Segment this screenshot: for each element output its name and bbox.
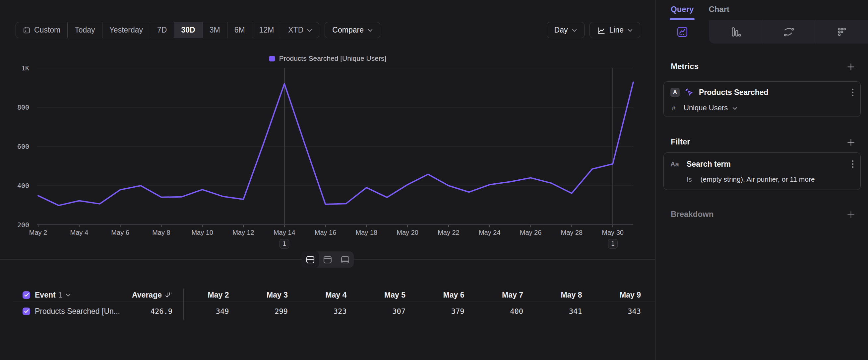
svg-text:1: 1 — [282, 240, 286, 247]
date-column-header[interactable]: May 7 — [478, 290, 537, 300]
layout-chart-view-button[interactable] — [319, 251, 336, 268]
layout-table-view-button[interactable] — [337, 251, 354, 268]
tab-chart[interactable]: Chart — [709, 5, 730, 20]
date-column-header[interactable]: May 8 — [536, 290, 595, 300]
breakdown-heading: Breakdown — [671, 210, 713, 219]
line-chart-icon — [597, 27, 606, 34]
sort-descending-icon — [165, 292, 173, 299]
tab-funnels[interactable] — [709, 20, 762, 44]
metric-event-name[interactable]: Products Searched — [699, 88, 847, 97]
tab-query[interactable]: Query — [671, 5, 693, 20]
filter-card[interactable]: Aa Search term Is (empty string), Air pu… — [663, 153, 861, 190]
range-12m[interactable]: 12M — [252, 22, 281, 38]
metric-card[interactable]: A Products Searched # Unique Users — [663, 81, 861, 117]
kebab-menu-icon[interactable] — [852, 88, 854, 97]
tab-retention[interactable] — [815, 20, 868, 44]
date-column-header[interactable]: May 2 — [183, 290, 242, 300]
date-range-segmented-control: CustomTodayYesterday7D30D3M6M12MXTD — [16, 22, 319, 38]
range-6m[interactable]: 6M — [227, 22, 252, 38]
svg-text:May 6: May 6 — [111, 229, 129, 236]
date-column-header[interactable]: May 5 — [360, 290, 419, 300]
svg-text:May 22: May 22 — [438, 229, 460, 236]
metric-card-header: A Products Searched — [664, 87, 860, 98]
svg-text:May 26: May 26 — [520, 229, 542, 236]
chevron-down-icon — [572, 29, 577, 32]
svg-text:600: 600 — [17, 142, 29, 150]
row-average-value: 426.9 — [93, 307, 173, 316]
chart-legend: Products Searched [Unique Users] — [0, 54, 655, 62]
chart-series-line — [38, 82, 633, 205]
chevron-down-icon — [307, 29, 312, 32]
range-30d[interactable]: 30D — [174, 22, 202, 38]
svg-text:200: 200 — [17, 221, 29, 229]
measure-selector[interactable]: Unique Users — [684, 104, 728, 112]
tab-flows[interactable] — [762, 20, 815, 44]
range-7d[interactable]: 7D — [150, 22, 174, 38]
granularity-button[interactable]: Day — [547, 22, 585, 38]
svg-text:800: 800 — [17, 103, 29, 111]
event-column-label[interactable]: Event — [35, 290, 56, 300]
table-cell-value: 323 — [301, 307, 360, 316]
table-cell-value: 307 — [360, 307, 419, 316]
filter-operator[interactable]: Is — [687, 176, 692, 183]
table-row-divider — [13, 320, 655, 320]
report-type-tabs — [656, 20, 868, 44]
chart-type-button[interactable]: Line — [589, 22, 640, 38]
table-cell-value: 341 — [536, 307, 595, 316]
table-event-header: Event 1 — [23, 290, 71, 300]
filter-condition-row: Is (empty string), Air purifier, or 11 m… — [664, 175, 860, 184]
svg-text:May 28: May 28 — [561, 229, 583, 236]
click-event-icon — [685, 88, 694, 97]
svg-text:May 18: May 18 — [356, 229, 378, 236]
range-yesterday[interactable]: Yesterday — [102, 22, 150, 38]
range-3m[interactable]: 3M — [202, 22, 227, 38]
metric-letter-badge: A — [671, 88, 680, 97]
add-filter-button[interactable] — [847, 138, 855, 146]
svg-text:May 10: May 10 — [191, 229, 213, 236]
calendar-icon — [23, 26, 31, 34]
row-checkbox[interactable] — [23, 307, 30, 315]
range-xtd[interactable]: XTD — [281, 22, 319, 38]
legend-item[interactable]: Products Searched [Unique Users] — [269, 54, 386, 62]
event-count: 1 — [58, 290, 63, 300]
date-column-header[interactable]: May 6 — [419, 290, 478, 300]
svg-text:May 12: May 12 — [232, 229, 254, 236]
table-header-divider — [13, 302, 655, 302]
chart-type-label: Line — [610, 26, 624, 34]
chevron-down-icon — [368, 29, 373, 32]
toolbar-date-controls: CustomTodayYesterday7D30D3M6M12MXTD Comp… — [16, 22, 380, 38]
metrics-heading: Metrics — [671, 62, 699, 71]
table-date-headers: May 2May 3May 4May 5May 6May 7May 8May 9 — [183, 290, 654, 300]
add-metric-button[interactable] — [847, 63, 855, 71]
date-column-header[interactable]: May 9 — [595, 290, 654, 300]
range-custom[interactable]: Custom — [16, 22, 67, 38]
chevron-down-icon[interactable] — [733, 107, 737, 110]
filter-property-name[interactable]: Search term — [687, 160, 847, 169]
filter-heading: Filter — [671, 137, 690, 146]
layout-split-view-button[interactable] — [302, 251, 319, 268]
select-all-checkbox[interactable] — [23, 291, 30, 299]
range-today[interactable]: Today — [67, 22, 102, 38]
date-column-header[interactable]: May 4 — [301, 290, 360, 300]
chevron-down-icon[interactable] — [66, 294, 71, 297]
string-property-icon: Aa — [671, 160, 682, 168]
granularity-label: Day — [554, 26, 568, 34]
date-column-header[interactable]: May 3 — [242, 290, 301, 300]
add-breakdown-button[interactable] — [847, 211, 855, 219]
svg-text:May 8: May 8 — [152, 229, 170, 236]
svg-text:400: 400 — [17, 182, 29, 190]
average-column-header[interactable]: Average — [93, 290, 173, 300]
toolbar-chart-controls: Day Line — [547, 22, 640, 38]
average-label: Average — [132, 290, 162, 300]
sidebar-tabs: Query Chart — [671, 5, 730, 20]
layout-toggle-group — [302, 251, 354, 268]
tab-insights[interactable] — [656, 20, 709, 44]
filter-value[interactable]: (empty string), Air purifier, or 11 more — [701, 175, 815, 183]
svg-text:May 20: May 20 — [397, 229, 418, 236]
table-cell-value: 400 — [478, 307, 537, 316]
table-cell-value: 299 — [242, 307, 301, 316]
legend-label: Products Searched [Unique Users] — [279, 54, 386, 62]
kebab-menu-icon[interactable] — [852, 159, 854, 169]
compare-button[interactable]: Compare — [324, 22, 380, 38]
compare-label: Compare — [332, 26, 364, 34]
